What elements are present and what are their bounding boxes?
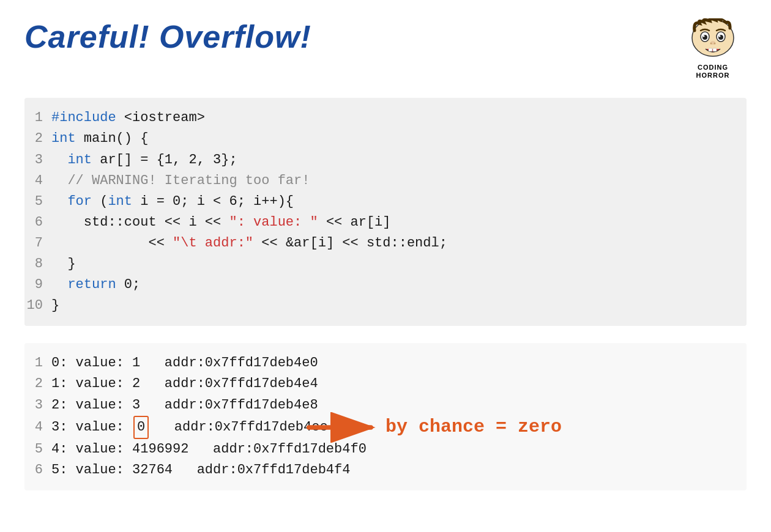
highlighted-value: 0 [133, 416, 149, 439]
output-content: 3: value: 0 addr:0x7ffd17deb4ec [51, 416, 328, 439]
svg-rect-7 [709, 48, 712, 51]
annotation-text: by chance = zero [386, 413, 562, 441]
code-line-8: 8 } [24, 254, 747, 275]
code-line-6: 6 std::cout << i << ": value: " << ar[i] [24, 212, 747, 233]
logo-label: CODING HORROR [696, 64, 730, 79]
page-header: Careful! Overflow! [24, 18, 747, 79]
output-line-4: 4 3: value: 0 addr:0x7ffd17deb4ec by cha… [24, 416, 747, 439]
line-content: int ar[] = {1, 2, 3}; [51, 150, 237, 171]
line-number: 3 [24, 395, 51, 416]
output-content: 2: value: 3 addr:0x7ffd17deb4e8 [51, 395, 318, 416]
line-number: 10 [24, 295, 51, 316]
line-number: 9 [24, 275, 51, 295]
code-line-10: 10 } [24, 295, 747, 316]
output-content: 0: value: 1 addr:0x7ffd17deb4e0 [51, 353, 318, 374]
page-title: Careful! Overflow! [24, 18, 311, 55]
output-line-2: 2 1: value: 2 addr:0x7ffd17deb4e4 [24, 374, 747, 394]
logo-area: CODING HORROR [679, 18, 747, 79]
annotation-area: by chance = zero [306, 412, 710, 443]
svg-point-5 [703, 35, 705, 37]
svg-rect-8 [713, 48, 717, 51]
line-number: 6 [24, 212, 51, 233]
code-line-9: 9 return 0; [24, 275, 747, 295]
line-number: 8 [24, 254, 51, 275]
line-content: } [51, 254, 76, 275]
code-line-2: 2 int main() { [24, 128, 747, 149]
output-line-1: 1 0: value: 1 addr:0x7ffd17deb4e0 [24, 353, 747, 374]
line-number: 5 [24, 191, 51, 212]
svg-point-6 [719, 35, 721, 37]
line-number: 1 [24, 353, 51, 374]
coding-horror-icon [688, 18, 737, 61]
line-content: // WARNING! Iterating too far! [51, 171, 310, 191]
output-content: 1: value: 2 addr:0x7ffd17deb4e4 [51, 374, 318, 394]
line-content: return 0; [51, 275, 140, 295]
line-number: 2 [24, 374, 51, 394]
output-content: 4: value: 4196992 addr:0x7ffd17deb4f0 [51, 439, 367, 460]
line-number: 1 [24, 108, 51, 128]
line-content: int main() { [51, 128, 148, 149]
output-line-5: 5 4: value: 4196992 addr:0x7ffd17deb4f0 [24, 439, 747, 460]
line-number: 4 [24, 171, 51, 191]
line-number: 5 [24, 439, 51, 460]
output-line-6: 6 5: value: 32764 addr:0x7ffd17deb4f4 [24, 460, 747, 481]
output-line-3: 3 2: value: 3 addr:0x7ffd17deb4e8 [24, 395, 747, 416]
output-block: 1 0: value: 1 addr:0x7ffd17deb4e0 2 1: v… [24, 343, 747, 490]
output-content: 5: value: 32764 addr:0x7ffd17deb4f4 [51, 460, 350, 481]
source-code-block: 1 #include <iostream> 2 int main() { 3 i… [24, 98, 747, 326]
line-content: std::cout << i << ": value: " << ar[i] [51, 212, 391, 233]
code-line-3: 3 int ar[] = {1, 2, 3}; [24, 150, 747, 171]
line-content: } [51, 295, 59, 316]
line-content: for (int i = 0; i < 6; i++){ [51, 191, 294, 212]
code-line-4: 4 // WARNING! Iterating too far! [24, 171, 747, 191]
svg-point-10 [710, 43, 712, 45]
code-line-5: 5 for (int i = 0; i < 6; i++){ [24, 191, 747, 212]
line-number: 6 [24, 460, 51, 481]
line-number: 4 [24, 417, 51, 438]
line-content: << "\t addr:" << &ar[i] << std::endl; [51, 233, 447, 254]
line-content: #include <iostream> [51, 108, 205, 128]
line-number: 3 [24, 150, 51, 171]
line-number: 7 [24, 233, 51, 254]
code-line-7: 7 << "\t addr:" << &ar[i] << std::endl; [24, 233, 747, 254]
line-number: 2 [24, 128, 51, 149]
svg-point-11 [714, 43, 716, 45]
code-line-1: 1 #include <iostream> [24, 108, 747, 128]
